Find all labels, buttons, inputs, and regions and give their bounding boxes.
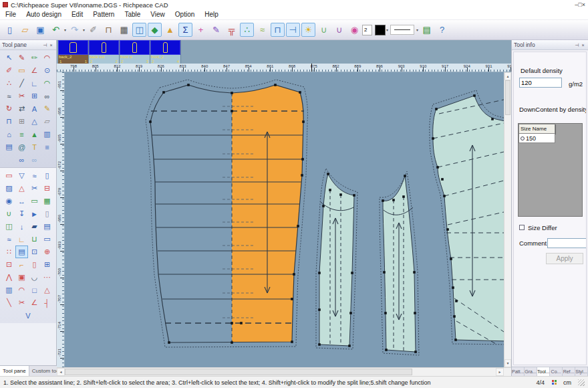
lock-icon[interactable]: ▲: [163, 23, 177, 37]
sum-icon[interactable]: Σ: [178, 23, 192, 37]
undo-options[interactable]: ▾: [64, 27, 66, 32]
square-piece-tool-icon[interactable]: □: [28, 284, 41, 296]
piece-back-side[interactable]: [316, 169, 357, 349]
scissors-tool-icon[interactable]: ✂: [15, 90, 28, 102]
v-notch-tool-icon[interactable]: V: [22, 309, 35, 322]
monitor-piece-tool-icon[interactable]: ⊡: [28, 246, 41, 258]
tab-patt-[interactable]: Patt...: [512, 367, 525, 376]
button-tool-icon[interactable]: ◉: [3, 195, 15, 207]
multi-line-tool-icon[interactable]: ≡: [41, 140, 53, 153]
color-wheel-icon[interactable]: ◉: [347, 23, 361, 37]
drawing-canvas[interactable]: [65, 72, 504, 367]
quad-measure-tool-icon[interactable]: ▱: [41, 115, 53, 128]
size-list[interactable]: Size Name 150: [518, 123, 583, 217]
pin-icon[interactable]: ⊤: [574, 42, 580, 47]
node-select-tool-icon[interactable]: △: [15, 182, 28, 195]
line-style[interactable]: [390, 25, 414, 35]
unit-indicator[interactable]: cm: [563, 379, 571, 386]
seam-allowance-tool-icon[interactable]: ▭: [3, 169, 15, 182]
tab-styl-[interactable]: Styl...: [575, 367, 588, 376]
mirror-tool-icon[interactable]: ⇄: [15, 102, 28, 115]
pattern-piece-tool-icon[interactable]: ▯: [41, 169, 53, 182]
close-button[interactable]: ×: [582, 1, 585, 8]
resize-grip[interactable]: [578, 379, 585, 386]
angle-mark-tool-icon[interactable]: ∠: [28, 296, 41, 309]
binocular-tool-icon[interactable]: ∞: [41, 90, 53, 102]
piece-view-icon[interactable]: ◆: [148, 23, 162, 37]
axis-icon[interactable]: +: [194, 23, 208, 37]
plotter-icon[interactable]: ⊓: [271, 23, 285, 37]
tab-ref-[interactable]: Ref...: [563, 367, 575, 376]
t-square-tool-icon[interactable]: T: [28, 140, 41, 153]
seam-line-tool-icon[interactable]: ≡: [15, 128, 28, 140]
brush-icon[interactable]: ✎: [209, 23, 223, 37]
segment-tool-icon[interactable]: ╱: [15, 77, 28, 90]
ruler-mark-tool-icon[interactable]: ┤: [41, 296, 53, 309]
menu-option[interactable]: Option: [175, 11, 194, 18]
menu-view[interactable]: View: [150, 11, 165, 18]
scroll-right-icon[interactable]: ▸: [496, 368, 504, 376]
frame-node-tool-icon[interactable]: ⊡: [3, 258, 15, 271]
pair-piece-tool-icon[interactable]: ◫: [3, 220, 15, 233]
pattern-item-front-si[interactable]: front si23: [120, 40, 150, 64]
slant-line-tool-icon[interactable]: ╲: [3, 296, 15, 309]
cut-red-tool-icon[interactable]: ✂: [15, 296, 28, 309]
undo-icon[interactable]: ↶: [49, 23, 63, 37]
glass-piece-tool-icon[interactable]: ▨: [3, 182, 15, 195]
size-list-row[interactable]: 150: [519, 134, 555, 143]
folder-piece-tool-icon[interactable]: ▭: [28, 195, 41, 207]
stamp-tool-icon[interactable]: ⊞: [28, 90, 41, 102]
collar-tool-icon[interactable]: ∪: [3, 207, 15, 220]
flowchart-icon[interactable]: ╦: [225, 23, 239, 37]
piece-back-main[interactable]: [146, 80, 307, 347]
size-differ-checkbox[interactable]: [519, 225, 525, 230]
stand-icon[interactable]: ⊓: [102, 23, 116, 37]
scroll-down-icon[interactable]: ▾: [504, 359, 511, 367]
eraser-icon[interactable]: ✐: [86, 23, 100, 37]
fill-color[interactable]: [375, 25, 386, 35]
superscript-box[interactable]: 2: [362, 25, 372, 35]
menu-table[interactable]: Table: [124, 11, 140, 18]
mirror-triangle-tool-icon[interactable]: △: [28, 115, 41, 128]
dark-piece-tool-icon[interactable]: ▰: [28, 220, 41, 233]
curve-chart-icon[interactable]: ≈: [255, 23, 269, 37]
vertical-scroll-track[interactable]: [504, 115, 511, 359]
horizontal-scroll-thumb[interactable]: [65, 369, 412, 375]
spiral-tool-icon[interactable]: @: [15, 140, 28, 153]
array-tool-icon[interactable]: ⊞: [15, 115, 28, 128]
menu-help[interactable]: Help: [204, 11, 218, 18]
text-tool-icon[interactable]: A: [28, 102, 41, 115]
corner-mark-tool-icon[interactable]: ⌐: [15, 258, 28, 271]
polyline-tool-icon[interactable]: ∠: [28, 64, 41, 77]
tab-co-[interactable]: Co...: [550, 367, 563, 376]
panel-piece-tool-icon[interactable]: ▥: [3, 284, 15, 296]
marker-tool-icon[interactable]: ✐: [3, 64, 15, 77]
curve-cut-tool-icon[interactable]: ◡: [28, 271, 41, 284]
notch-tool-icon[interactable]: ⋀: [3, 271, 15, 284]
vertical-scroll-thumb[interactable]: [505, 80, 510, 115]
menu-edit[interactable]: Edit: [71, 11, 83, 18]
pattern-item-back-sid[interactable]: back sid22: [89, 40, 120, 64]
spray-tool-icon[interactable]: ∴: [3, 77, 15, 90]
new-file-icon[interactable]: ▯: [3, 23, 17, 37]
fill-color-options[interactable]: ▾: [386, 27, 388, 32]
close-icon[interactable]: ×: [48, 43, 54, 47]
rotate-tool-icon[interactable]: ↻: [3, 102, 15, 115]
corner-piece-tool-icon[interactable]: ∟: [15, 233, 28, 246]
vertical-scrollbar[interactable]: ▴ ▾: [504, 72, 511, 367]
dot-line-tool-icon[interactable]: ⋯: [41, 271, 53, 284]
line-style-options[interactable]: ▾: [416, 27, 418, 32]
tab-gra-[interactable]: Gra...: [525, 367, 537, 376]
menu-auto-design[interactable]: Auto design: [26, 11, 61, 18]
curtain-tool-icon[interactable]: ▤: [41, 220, 53, 233]
chain-link-tool-icon[interactable]: ∞: [15, 153, 28, 166]
pattern-item-front-2[interactable]: front_224: [150, 40, 181, 64]
arc-mark-tool-icon[interactable]: ◠: [15, 284, 28, 296]
drop-pin-tool-icon[interactable]: ↓: [15, 220, 28, 233]
radio-icon[interactable]: [521, 136, 525, 140]
protractor-tool-icon[interactable]: ⊓: [3, 115, 15, 128]
pin-piece-tool-icon[interactable]: ↧: [15, 207, 28, 220]
fold-tool-icon[interactable]: ▥: [41, 128, 53, 140]
pleat-tool-icon[interactable]: ▤: [3, 140, 15, 153]
apply-button[interactable]: Apply: [546, 253, 583, 264]
